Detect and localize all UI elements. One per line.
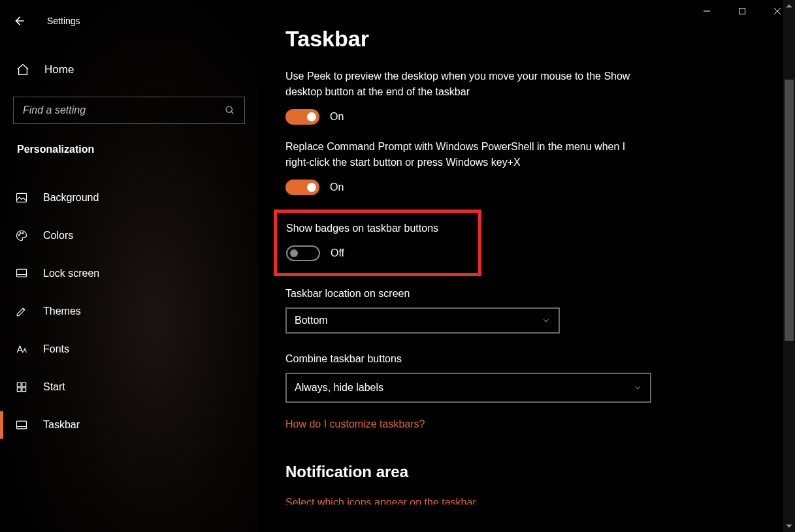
setting-combine: Combine taskbar buttons Always, hide lab… bbox=[285, 353, 651, 403]
setting-powershell: Replace Command Prompt with Windows Powe… bbox=[285, 139, 651, 195]
page-title: Taskbar bbox=[285, 26, 783, 52]
svg-rect-10 bbox=[17, 421, 27, 429]
maximize-icon bbox=[738, 7, 746, 15]
sidebar-item-colors[interactable]: Colors bbox=[0, 217, 258, 255]
setting-desc: Replace Command Prompt with Windows Powe… bbox=[285, 139, 651, 170]
window-title: Settings bbox=[47, 16, 80, 26]
fonts-icon bbox=[15, 343, 28, 356]
svg-point-2 bbox=[18, 234, 20, 236]
search-input[interactable] bbox=[23, 104, 225, 116]
toggle-state: On bbox=[330, 181, 344, 193]
search-box[interactable] bbox=[13, 97, 245, 124]
highlighted-setting-badges: Show badges on taskbar buttons Off bbox=[274, 210, 481, 276]
section-notification-area: Notification area bbox=[285, 463, 783, 481]
minimize-icon bbox=[703, 7, 711, 15]
scrollbar[interactable] bbox=[783, 0, 795, 532]
svg-rect-6 bbox=[17, 383, 21, 386]
sidebar-item-taskbar[interactable]: Taskbar bbox=[0, 406, 258, 444]
toggle-state: Off bbox=[331, 247, 344, 259]
select-taskbar-location[interactable]: Bottom bbox=[285, 307, 560, 334]
sidebar-item-lockscreen[interactable]: Lock screen bbox=[0, 255, 258, 292]
svg-point-4 bbox=[22, 232, 24, 234]
link-select-icons[interactable]: Select which icons appear on the taskbar bbox=[285, 497, 783, 505]
toggle-badges[interactable] bbox=[286, 245, 320, 261]
start-icon bbox=[15, 381, 28, 394]
taskbar-icon bbox=[15, 418, 28, 431]
setting-location: Taskbar location on screen Bottom bbox=[285, 288, 651, 334]
setting-desc: Use Peek to preview the desktop when you… bbox=[285, 69, 651, 100]
link-customize-taskbars[interactable]: How do I customize taskbars? bbox=[285, 418, 783, 430]
sidebar-item-label: Start bbox=[43, 381, 65, 393]
field-label: Combine taskbar buttons bbox=[285, 353, 651, 365]
svg-rect-5 bbox=[17, 269, 27, 277]
select-value: Always, hide labels bbox=[295, 382, 383, 394]
toggle-peek[interactable] bbox=[285, 109, 319, 125]
category-label: Personalization bbox=[0, 124, 258, 155]
scroll-down-button[interactable] bbox=[783, 520, 795, 532]
toggle-powershell[interactable] bbox=[285, 180, 319, 195]
close-icon bbox=[773, 7, 781, 15]
svg-rect-1 bbox=[17, 193, 27, 202]
close-button[interactable] bbox=[760, 0, 795, 22]
svg-rect-8 bbox=[17, 388, 21, 392]
sidebar-item-fonts[interactable]: Fonts bbox=[0, 330, 258, 368]
sidebar-item-themes[interactable]: Themes bbox=[0, 292, 258, 330]
sidebar-item-label: Colors bbox=[43, 230, 73, 242]
sidebar-item-start[interactable]: Start bbox=[0, 368, 258, 406]
main-panel: Taskbar Use Peek to preview the desktop … bbox=[258, 0, 795, 532]
svg-rect-9 bbox=[22, 388, 26, 392]
minimize-button[interactable] bbox=[689, 0, 724, 22]
svg-point-0 bbox=[226, 106, 232, 112]
search-icon bbox=[225, 105, 235, 116]
setting-desc: Show badges on taskbar buttons bbox=[286, 221, 469, 236]
back-button[interactable] bbox=[10, 12, 29, 30]
nav-list: Background Colors Lock screen Themes Fon… bbox=[0, 179, 258, 444]
select-combine-buttons[interactable]: Always, hide labels bbox=[285, 373, 651, 403]
home-icon bbox=[16, 63, 30, 77]
sidebar-item-label: Background bbox=[43, 192, 99, 204]
svg-rect-11 bbox=[739, 8, 745, 14]
palette-icon bbox=[15, 229, 28, 242]
home-button[interactable]: Home bbox=[0, 48, 258, 91]
toggle-state: On bbox=[330, 111, 344, 123]
picture-icon bbox=[15, 191, 28, 204]
setting-peek: Use Peek to preview the desktop when you… bbox=[285, 69, 651, 125]
field-label: Taskbar location on screen bbox=[285, 288, 651, 300]
sidebar-item-background[interactable]: Background bbox=[0, 179, 258, 217]
chevron-down-icon bbox=[633, 383, 642, 392]
svg-point-3 bbox=[20, 232, 22, 234]
arrow-left-icon bbox=[13, 14, 26, 27]
themes-icon bbox=[15, 305, 28, 318]
sidebar: Settings Home Personalization Background… bbox=[0, 0, 258, 532]
sidebar-item-label: Taskbar bbox=[43, 419, 80, 431]
sidebar-item-label: Themes bbox=[43, 305, 81, 317]
maximize-button[interactable] bbox=[724, 0, 760, 22]
sidebar-item-label: Lock screen bbox=[43, 268, 99, 279]
select-value: Bottom bbox=[295, 315, 328, 326]
chevron-down-icon bbox=[786, 523, 792, 529]
window-controls bbox=[689, 0, 795, 22]
svg-rect-7 bbox=[22, 383, 26, 386]
home-label: Home bbox=[44, 63, 74, 76]
chevron-down-icon bbox=[542, 316, 551, 325]
lockscreen-icon bbox=[15, 267, 28, 280]
sidebar-item-label: Fonts bbox=[43, 343, 69, 355]
scroll-thumb[interactable] bbox=[785, 80, 794, 341]
